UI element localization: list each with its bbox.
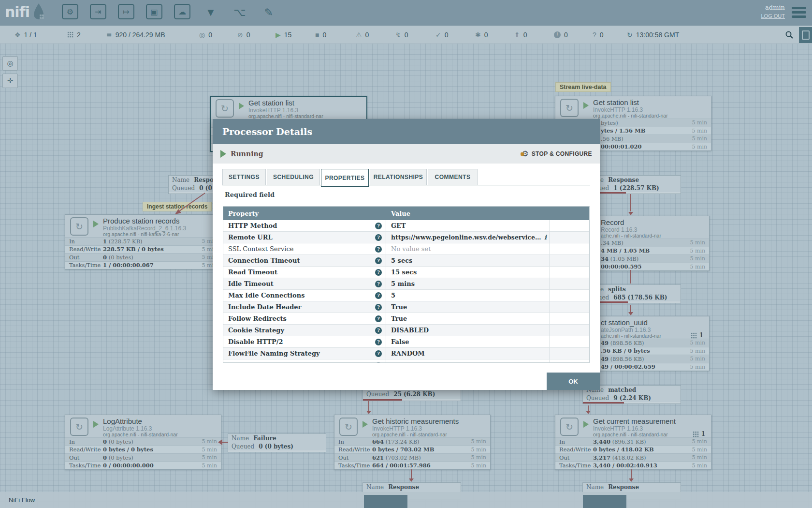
dialog-header: Processor Details: [213, 119, 600, 144]
running-indicator-icon: [583, 102, 589, 109]
processor-bundle: ache.nifi - nifi-standard-nar: [601, 333, 661, 339]
dialog-title: Processor Details: [222, 126, 312, 137]
process-group-icon[interactable]: ▣: [146, 4, 162, 19]
tab-settings[interactable]: SETTINGS: [222, 169, 266, 185]
active-threads-count: 2: [67, 26, 81, 44]
help-icon[interactable]: ?: [375, 304, 382, 311]
funnel-icon[interactable]: ▼: [202, 4, 219, 21]
processor-get-current-measurement[interactable]: ↻ Get current measurement InvokeHTTP 1.1…: [555, 415, 711, 470]
processor-type: InvokeHTTP 1.16.3: [372, 425, 422, 432]
properties-table: Property Value HTTP Method? GET Remote U…: [223, 206, 590, 363]
help-icon[interactable]: ?: [375, 281, 382, 287]
stopped-count: ■0: [315, 26, 326, 44]
component-toolbar: ⚙ ⇥ ↦ ▣ ☁ ▼ ⌥ ✎: [62, 4, 277, 21]
help-icon[interactable]: ?: [375, 223, 382, 229]
property-row-idle-timeout: Idle Timeout? 5 mins: [223, 278, 589, 290]
tab-comments[interactable]: COMMENTS: [428, 169, 478, 185]
connection-label-queued-25[interactable]: Queued25 (6.28 KB): [362, 389, 461, 401]
connection-arrowhead: [628, 212, 633, 215]
connection-line: [630, 305, 631, 313]
connection-arrowhead: [409, 478, 414, 482]
processor-name: Record: [601, 218, 624, 226]
property-row-max-idle-connections: Max Idle Connections? 5: [223, 290, 589, 301]
property-row-connection-timeout: Connection Timeout? 5 secs: [223, 255, 589, 267]
panel-toggle-button[interactable]: [799, 27, 812, 43]
help-icon[interactable]: ?: [375, 269, 382, 276]
processor-get-historic-measurements[interactable]: ↻ Get historic measurements InvokeHTTP 1…: [334, 415, 491, 470]
required-field-note: Required field: [225, 191, 275, 198]
breadcrumb[interactable]: NiFi Flow: [9, 496, 35, 504]
search-button[interactable]: [783, 29, 796, 41]
navigate-icon: ◎: [7, 59, 13, 68]
processor-name: Get station list: [248, 99, 294, 107]
tab-relationships[interactable]: RELATIONSHIPS: [370, 169, 427, 185]
processor-type: InvokeHTTP 1.16.3: [248, 107, 298, 114]
processor-type: Record 1.16.3: [601, 226, 637, 233]
tab-properties[interactable]: PROPERTIES: [321, 169, 369, 187]
help-icon[interactable]: ?: [375, 350, 382, 357]
connection-line-diagonal: [170, 192, 208, 217]
connection-label-remnant: [364, 495, 407, 508]
label-icon[interactable]: ✎: [260, 4, 277, 21]
navigate-palette-button[interactable]: ◎: [2, 56, 18, 71]
processor-log-attribute[interactable]: ↻ LogAttribute LogAttribute 1.16.3 org.a…: [65, 415, 221, 470]
cluster-grid-icon: [693, 431, 699, 437]
current-user: admin: [761, 4, 785, 11]
info-icon[interactable]: i: [544, 234, 547, 241]
input-port-icon[interactable]: ⇥: [90, 4, 106, 19]
remote-process-group-icon[interactable]: ☁: [174, 4, 190, 19]
disabled-icon: ↯: [395, 31, 401, 39]
processor-type-icon: ↻: [339, 418, 358, 436]
dialog-status-row: Running ⚙ STOP & CONFIGURE: [213, 144, 600, 164]
help-icon[interactable]: ?: [375, 257, 382, 264]
processor-type: InvokeHTTP 1.16.3: [593, 106, 643, 113]
connection-arrowhead: [218, 439, 222, 445]
help-icon[interactable]: ?: [375, 315, 382, 322]
processor-type-icon: ↻: [560, 99, 579, 117]
running-indicator-icon: [93, 221, 99, 227]
processor-bundle: org.apache.nifi - nifi-standard-nar: [103, 432, 178, 437]
processor-name: ct station_uuid: [601, 318, 648, 327]
logout-link[interactable]: LOG OUT: [761, 13, 785, 19]
stop-and-configure-button[interactable]: ⚙ STOP & CONFIGURE: [522, 150, 592, 158]
help-icon[interactable]: ?: [375, 292, 382, 299]
connection-line: [630, 194, 631, 211]
ok-button[interactable]: OK: [547, 373, 600, 390]
running-indicator-icon: [362, 421, 368, 428]
last-refreshed: ↻13:00:58 GMT: [627, 26, 679, 44]
running-indicator-icon: [220, 150, 226, 158]
canvas-label-stream-live-data[interactable]: Stream live-data: [555, 82, 611, 92]
processor-produce-station-records[interactable]: ↻ Produce station records PublishKafkaRe…: [65, 214, 221, 269]
processor-type: PublishKafkaRecord_2_6 1.16.3: [103, 225, 186, 232]
help-icon[interactable]: ?: [375, 327, 382, 334]
property-row-http-method: HTTP Method? GET: [223, 220, 589, 232]
connected-nodes-count: ❖1 / 1: [14, 26, 37, 44]
connection-line: [411, 469, 412, 479]
processor-name: Get station list: [593, 98, 639, 106]
nifi-logo-text: nifi: [5, 3, 29, 20]
processor-name: Get current measurement: [593, 417, 676, 425]
help-icon[interactable]: ?: [375, 234, 382, 241]
processor-icon[interactable]: ⚙: [62, 4, 78, 19]
processor-name: Get historic measurements: [372, 417, 459, 425]
queued-icon: ≣: [106, 31, 112, 39]
global-menu-icon[interactable]: [792, 7, 806, 20]
help-icon[interactable]: ?: [375, 339, 382, 345]
output-port-icon[interactable]: ↦: [118, 4, 134, 19]
help-icon[interactable]: ?: [375, 362, 382, 363]
refresh-icon[interactable]: ↻: [627, 31, 633, 39]
cluster-node-badge: 1: [691, 332, 703, 339]
help-icon[interactable]: ?: [375, 246, 382, 253]
disabled-count: ↯0: [395, 26, 408, 44]
locally-modified-count: ✱0: [475, 26, 488, 44]
locally-modified-icon: ✱: [475, 31, 481, 39]
connection-label-failure[interactable]: NameFailure Queued0 (0 bytes): [228, 433, 326, 452]
queue-progress: [228, 450, 326, 452]
search-icon: [785, 30, 794, 39]
template-icon[interactable]: ⌥: [231, 4, 248, 21]
tab-scheduling[interactable]: SCHEDULING: [267, 169, 320, 185]
processor-state: Running: [231, 150, 263, 158]
column-property: Property: [228, 210, 259, 217]
cluster-node-badge: 1: [693, 431, 705, 437]
operate-palette-button[interactable]: ✛: [2, 74, 18, 88]
